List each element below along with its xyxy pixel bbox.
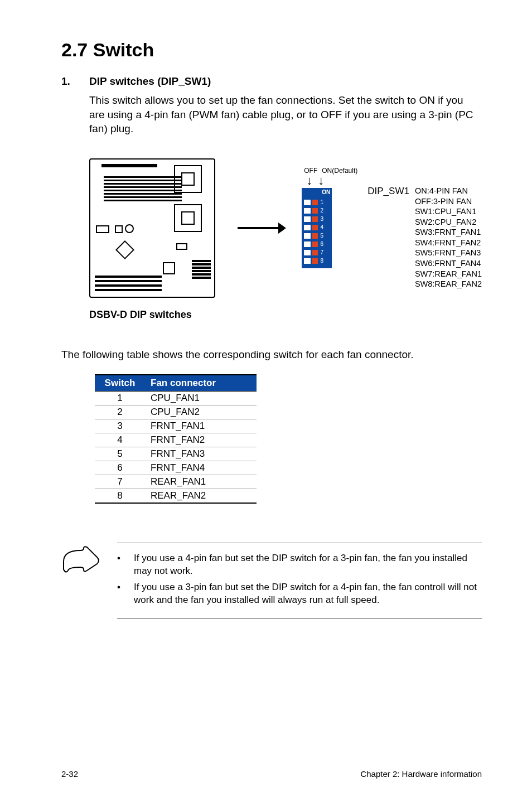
col-switch: Switch [95, 375, 145, 392]
page-number: 2-32 [61, 769, 78, 779]
table-row: 7REAR_FAN1 [95, 475, 257, 489]
table-row: 4FRNT_FAN2 [95, 433, 257, 447]
table-row: 8REAR_FAN2 [95, 489, 257, 503]
dip-switch-graphic: OFF ON(Default) ↓↓ ON 1 2 3 4 5 6 7 8 [302, 167, 357, 268]
item-body: This switch allows you to set up the fan… [89, 93, 480, 136]
diagram-caption: DSBV-D DIP switches [89, 309, 192, 321]
item-number: 1. [61, 75, 89, 88]
fan-key-line: SW6:FRNT_FAN4 [415, 258, 482, 269]
note-icon [61, 543, 100, 575]
fan-key-line: SW5:FRNT_FAN3 [415, 248, 482, 258]
bullet-icon: • [117, 552, 123, 578]
fan-key-line: SW4:FRNT_FAN2 [415, 238, 482, 248]
fan-key-list: ON:4-PIN FAN OFF:3-PIN FAN SW1:CPU_FAN1 … [415, 186, 482, 289]
dip-on-text: ON [322, 189, 330, 195]
fan-key-line: ON:4-PIN FAN [415, 186, 482, 196]
fan-key-line: SW1:CPU_FAN1 [415, 206, 482, 217]
bullet-icon: • [117, 581, 123, 607]
section-title: 2.7 Switch [61, 39, 482, 61]
dip-diagram: OFF ON(Default) ↓↓ ON 1 2 3 4 5 6 7 8 [89, 158, 482, 298]
chapter-label: Chapter 2: Hardware information [360, 769, 482, 779]
note-text: If you use a 4-pin fan but set the DIP s… [134, 552, 482, 578]
dip-num: 8 [320, 258, 324, 264]
fan-key-line: SW3:FRNT_FAN1 [415, 227, 482, 238]
fan-key-line: SW7:REAR_FAN1 [415, 269, 482, 279]
col-fan: Fan connector [145, 375, 257, 392]
fan-key-line: SW2:CPU_FAN2 [415, 217, 482, 228]
fan-key-line: OFF:3-PIN FAN [415, 196, 482, 207]
dip-num: 4 [320, 224, 324, 230]
dip-num: 1 [320, 199, 324, 205]
table-row: 6FRNT_FAN4 [95, 461, 257, 475]
table-row: 1CPU_FAN1 [95, 391, 257, 405]
dip-num: 7 [320, 249, 324, 255]
table-row: 3FRNT_FAN1 [95, 419, 257, 433]
connector-name: DIP_SW1 [367, 186, 409, 289]
note-block: • If you use a 4-pin fan but set the DIP… [117, 543, 482, 619]
dip-num: 5 [320, 233, 324, 239]
dip-num: 3 [320, 216, 324, 222]
dip-num: 6 [320, 241, 324, 247]
switch-fan-table: Switch Fan connector 1CPU_FAN1 2CPU_FAN2… [95, 374, 257, 504]
table-row: 2CPU_FAN2 [95, 405, 257, 419]
table-row: 5FRNT_FAN3 [95, 447, 257, 461]
motherboard-graphic [89, 158, 215, 298]
on-label: ON(Default) [322, 167, 357, 175]
item-title: DIP switches (DIP_SW1) [89, 75, 211, 88]
note-text: If you use a 3-pin fan but set the DIP s… [134, 581, 482, 607]
fan-key-line: SW8:REAR_FAN2 [415, 279, 482, 289]
table-intro: The following table shows the correspond… [61, 349, 482, 361]
arrow-icon [238, 227, 279, 229]
dip-num: 2 [320, 207, 324, 214]
